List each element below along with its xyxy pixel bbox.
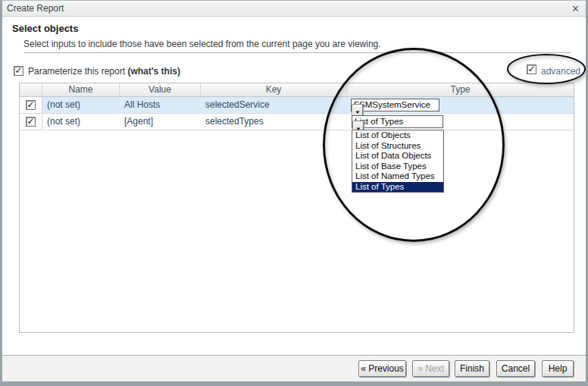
table-row[interactable]: ✓ (not set) [Agent] selectedTypes xyxy=(20,114,574,130)
row1-type-combobox[interactable]: FSMSystemService ▼ xyxy=(351,99,439,111)
header-checkbox-column xyxy=(20,83,42,96)
next-button[interactable]: » Next xyxy=(412,360,449,377)
previous-button[interactable]: « Previous xyxy=(358,360,406,377)
whats-this-link[interactable]: (what's this) xyxy=(127,66,180,77)
header-value[interactable]: Value xyxy=(120,83,201,96)
chevron-down-icon: ▼ xyxy=(354,110,360,115)
header-key[interactable]: Key xyxy=(201,83,347,96)
header-name[interactable]: Name xyxy=(42,83,120,96)
footer-bar: « Previous » Next Finish Cancel Help xyxy=(2,356,586,382)
row2-checkbox[interactable]: ✓ xyxy=(26,117,36,127)
row1-checkbox[interactable]: ✓ xyxy=(26,100,36,110)
dialog-titlebar: Create Report ✕ xyxy=(2,1,586,17)
row1-name: (not set) xyxy=(42,97,120,113)
page-subtitle: Select inputs to include those have been… xyxy=(23,39,381,49)
close-icon[interactable]: ✕ xyxy=(571,4,580,14)
type-dropdown-list: List of Objects List of Structures List … xyxy=(352,130,444,193)
table-header: Name Value Key Type xyxy=(20,83,574,97)
dropdown-option[interactable]: List of Structures xyxy=(352,141,443,152)
advanced-label: advanced xyxy=(541,66,580,77)
row2-key: selectedTypes xyxy=(201,114,347,130)
finish-button[interactable]: Finish xyxy=(455,360,489,377)
parameterize-label: Parameterize this report (what's this) xyxy=(28,66,180,77)
row1-key: selectedService xyxy=(201,97,347,113)
row-checkbox-cell: ✓ xyxy=(20,97,42,113)
header-type[interactable]: Type xyxy=(347,83,574,96)
table-row[interactable]: ✓ (not set) All Hosts selectedService xyxy=(20,97,574,114)
dropdown-option-selected[interactable]: List of Types xyxy=(352,182,443,193)
row1-value: All Hosts xyxy=(120,97,201,113)
row-checkbox-cell: ✓ xyxy=(20,114,42,130)
page-title: Select objects xyxy=(12,23,78,34)
row2-type-value: List of Types xyxy=(352,116,443,127)
dropdown-option[interactable]: List of Base Types xyxy=(352,162,443,172)
help-button[interactable]: Help xyxy=(542,360,574,377)
header-divider xyxy=(23,52,571,53)
dialog-title: Create Report xyxy=(7,3,64,14)
checkmark-icon: ✓ xyxy=(27,117,34,126)
create-report-dialog: Create Report ✕ Select objects Select in… xyxy=(0,0,588,386)
checkmark-icon: ✓ xyxy=(14,66,22,75)
row2-name: (not set) xyxy=(42,114,120,130)
cancel-button[interactable]: Cancel xyxy=(496,360,535,377)
advanced-checkbox[interactable]: ✓ xyxy=(527,64,536,74)
checkmark-icon: ✓ xyxy=(27,100,34,109)
dropdown-option[interactable]: List of Named Types xyxy=(352,171,443,182)
inputs-table: Name Value Key Type ✓ (not set) All Host… xyxy=(19,83,574,333)
row2-value: [Agent] xyxy=(120,114,201,130)
row1-type-value: FSMSystemService xyxy=(352,99,439,111)
parameterize-checkbox[interactable]: ✓ xyxy=(14,66,23,76)
checkmark-icon: ✓ xyxy=(527,64,535,74)
dropdown-option[interactable]: List of Objects xyxy=(352,130,443,141)
dropdown-option[interactable]: List of Data Objects xyxy=(352,151,443,162)
row2-type-combobox[interactable]: List of Types ▼ xyxy=(352,115,443,128)
parameterize-label-text: Parameterize this report xyxy=(28,66,127,77)
